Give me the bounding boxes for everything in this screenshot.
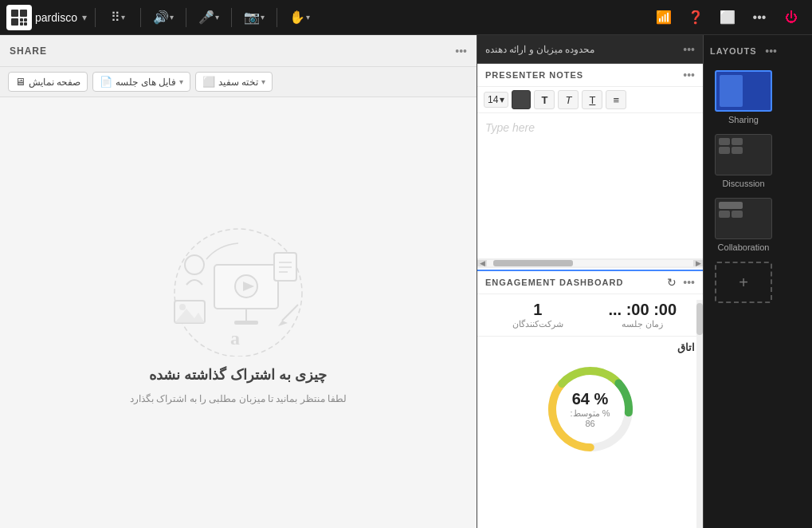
font-size-chevron: ▾ (500, 94, 504, 105)
layout-label-sharing: Sharing (728, 115, 759, 124)
presenter-notes: PRESENTER NOTES ••• 14 ▾ T T T ≡ Type he… (477, 64, 703, 271)
topbar-sep4 (231, 8, 232, 27)
topbar-separator (95, 8, 96, 27)
files-label: فایل های جلسه (116, 77, 176, 88)
layout-thumb-discussion (715, 134, 772, 175)
whiteboard-chevron: ▾ (261, 77, 265, 86)
eng-gauge-area: 64 % % متوسط: 86 (477, 355, 703, 463)
volume-icon-btn[interactable]: 🔊 ▾ (149, 3, 178, 32)
files-button[interactable]: 📄 فایل های جلسه ▾ (92, 72, 190, 92)
eng-actions: ↻ ••• (667, 276, 695, 289)
eng-scrollbar[interactable] (696, 300, 703, 528)
collab-cell2 (732, 211, 743, 218)
share-panel: SHARE ••• 🖥 صفحه نمایش 📄 فایل های جلسه ▾… (0, 35, 477, 528)
share-more-button[interactable]: ••• (455, 45, 467, 57)
help-icon-btn[interactable]: ❓ (681, 3, 710, 32)
files-chevron: ▾ (179, 77, 183, 86)
share-header: SHARE ••• (0, 35, 477, 67)
app-name-chevron[interactable]: ▾ (82, 12, 87, 23)
underline-button[interactable]: T (582, 90, 602, 109)
gauge-container: 64 % % متوسط: 86 (543, 361, 638, 457)
host-area-header: محدوده میزبان و ارائه دهنده ••• (477, 35, 703, 64)
layout-label-discussion: Discussion (722, 179, 764, 188)
mic-icon-btn[interactable]: 🎤 ▾ (194, 3, 223, 32)
signal-icon-btn[interactable]: 📶 (649, 3, 678, 32)
topbar-sep2 (140, 8, 141, 27)
eng-participants-label: شرکت‌کنندگان (485, 319, 590, 329)
eng-more-button[interactable]: ••• (683, 276, 695, 289)
collab-cell-top (719, 202, 743, 209)
whiteboard-button[interactable]: ⬜ تخته سفید ▾ (195, 72, 273, 92)
app-logo (6, 5, 32, 30)
svg-text:a: a (230, 328, 240, 349)
eng-participants-stat: 1 شرکت‌کنندگان (485, 301, 590, 329)
pn-more-button[interactable]: ••• (683, 69, 695, 81)
gauge-text: 64 % % متوسط: 86 (567, 390, 614, 428)
pn-scrollbar[interactable]: ◀ ▶ (477, 258, 703, 268)
layouts-title: LAYOUTS (710, 46, 757, 56)
share-title: SHARE (10, 45, 47, 57)
layout-item-sharing[interactable]: Sharing (704, 67, 783, 131)
pn-header: PRESENTER NOTES ••• (477, 64, 703, 87)
svg-rect-4 (24, 18, 27, 22)
svg-rect-6 (24, 22, 27, 26)
host-more-button[interactable]: ••• (683, 43, 695, 56)
layout-add-button[interactable]: + (715, 262, 772, 303)
eng-time-value: 00: 00: ... (590, 301, 696, 319)
file-icon: 📄 (100, 76, 112, 88)
host-area-title: محدوده میزبان و ارائه دهنده (485, 44, 594, 55)
font-size-selector[interactable]: 14 ▾ (484, 92, 508, 108)
layout-add-item[interactable]: + (704, 258, 783, 309)
svg-line-21 (282, 305, 298, 321)
pn-title: PRESENTER NOTES (485, 70, 583, 80)
layouts-header: LAYOUTS ••• (704, 35, 783, 67)
pn-scroll-left[interactable]: ◀ (477, 260, 487, 266)
screen-share-label: صفحه نمایش (29, 77, 80, 88)
layout-thumb-collaboration (715, 198, 772, 239)
disc-cell3 (719, 147, 730, 154)
list-button[interactable]: ≡ (606, 90, 626, 109)
app-name: pardisco (35, 11, 77, 24)
svg-rect-2 (11, 18, 18, 26)
italic-button[interactable]: T (558, 90, 579, 109)
disc-cell2 (732, 138, 743, 145)
screen-share-button[interactable]: 🖥 صفحه نمایش (8, 72, 88, 92)
more-icon-btn[interactable]: ••• (745, 3, 774, 32)
share-body: a چیزی به اشتراک گذاشته نشده لطفا منتظر … (0, 97, 477, 528)
svg-rect-1 (20, 10, 27, 17)
grid-icon-btn[interactable]: ⠿ ▾ (104, 3, 132, 32)
layout-cell-main (720, 75, 743, 107)
svg-rect-0 (11, 10, 18, 17)
video-icon-btn[interactable]: 📷 ▾ (240, 3, 269, 32)
collab-cell1 (719, 211, 730, 218)
pn-scroll-thumb[interactable] (493, 260, 573, 266)
screen-icon-btn[interactable]: ⬜ (713, 3, 742, 32)
layout-item-collaboration[interactable]: Collaboration (704, 195, 783, 258)
bold-button[interactable]: T (534, 90, 555, 109)
eng-scrollbar-thumb[interactable] (696, 303, 703, 335)
hand-icon-btn[interactable]: ✋ ▾ (285, 3, 314, 32)
font-size-value: 14 (488, 94, 498, 105)
svg-marker-22 (278, 321, 288, 326)
topbar-sep5 (277, 8, 277, 27)
center-panel: محدوده میزبان و ارائه دهنده ••• PRESENTE… (477, 35, 704, 528)
screen-icon: 🖥 (15, 76, 25, 88)
pn-toolbar: 14 ▾ T T T ≡ (477, 87, 703, 113)
pn-placeholder: Type here (485, 121, 535, 134)
gauge-percent: 64 % (567, 390, 614, 408)
whiteboard-label: تخته سفید (218, 77, 258, 88)
layout-add-icon: + (739, 274, 748, 292)
pn-body[interactable]: Type here (477, 113, 703, 257)
layouts-more-button[interactable]: ••• (765, 45, 777, 57)
layout-item-discussion[interactable]: Discussion (704, 131, 783, 195)
svg-rect-3 (20, 18, 23, 22)
svg-point-13 (185, 255, 204, 274)
engagement-panel: ENGAGEMENT DASHBOARD ↻ ••• 00: 00: ... ز… (477, 271, 703, 528)
share-empty-title: چیزی به اشتراک گذاشته نشده (149, 366, 327, 384)
pn-scroll-right[interactable]: ▶ (693, 260, 703, 266)
share-illustration: a (151, 221, 326, 357)
eng-refresh-button[interactable]: ↻ (667, 276, 677, 289)
text-color-picker[interactable] (512, 90, 531, 109)
eng-time-label: زمان جلسه (590, 319, 696, 329)
power-icon-btn[interactable]: ⏻ (777, 3, 806, 32)
